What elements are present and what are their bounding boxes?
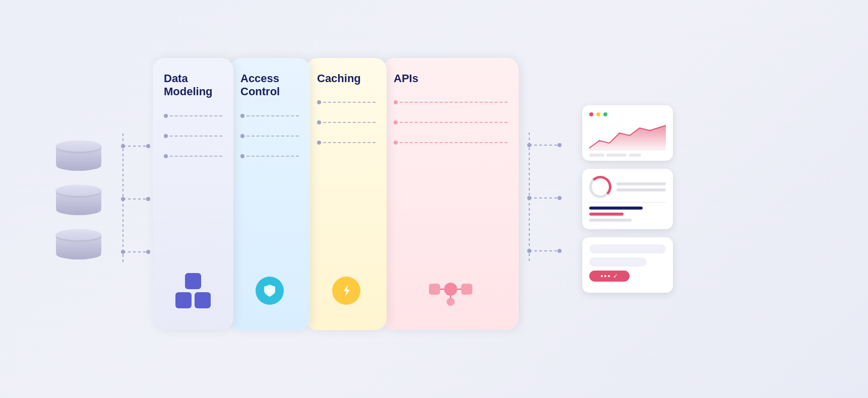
svg-point-25 [527, 143, 531, 147]
dot [317, 120, 321, 124]
dot-row [240, 154, 299, 158]
dot-row [164, 134, 222, 138]
right-ui-section: ✓ [582, 105, 673, 293]
dot [240, 154, 244, 158]
apis-icon-area [394, 266, 508, 316]
chart-traffic-dots [589, 112, 666, 116]
button-dot [601, 275, 603, 277]
dot-row [240, 114, 299, 118]
card-access-control-title: AccessControl [240, 72, 299, 99]
dot [394, 141, 398, 145]
chart-svg [589, 120, 666, 151]
caching-icon-area [317, 266, 376, 316]
gauge-bar-dark [589, 207, 643, 210]
gauge-bar-red [589, 213, 624, 216]
button-dot [608, 275, 610, 277]
dot-line [400, 122, 508, 123]
gauge-separator [589, 202, 666, 203]
dot-row [394, 100, 508, 104]
gauge-circle-icon [589, 176, 611, 198]
svg-rect-13 [461, 284, 472, 295]
nodes-svg [428, 276, 473, 306]
db-connector-svg [115, 118, 151, 280]
nodes-icon [428, 276, 473, 306]
dot [164, 114, 168, 118]
card-access-control: AccessControl [229, 58, 310, 330]
chart-dot-green [603, 112, 607, 116]
main-scene: Data Modeling [56, 28, 812, 370]
access-control-icon-area [240, 266, 299, 316]
form-input-2 [589, 257, 647, 267]
svg-point-6 [146, 250, 150, 254]
dot-line [400, 102, 508, 103]
svg-point-16 [447, 298, 455, 306]
lightning-svg [339, 283, 354, 298]
dot-line [323, 122, 376, 123]
dot-row [164, 114, 222, 118]
area-chart [589, 120, 666, 151]
svg-point-9 [121, 250, 125, 254]
chart-legend [589, 154, 666, 157]
svg-rect-11 [429, 284, 440, 295]
dot-line [170, 115, 222, 116]
dot-row [394, 141, 508, 145]
dot-row [394, 120, 508, 124]
dot [240, 134, 244, 138]
dot [164, 134, 168, 138]
gauge-line-neutral [616, 182, 666, 185]
button-dots [601, 275, 610, 277]
chart-dot-yellow [596, 112, 600, 116]
dot-row [317, 141, 376, 145]
legend-item [629, 154, 641, 157]
legend-item [606, 154, 627, 157]
hierarchy-top-block [185, 273, 201, 289]
dot [317, 100, 321, 104]
card-data-modeling-dots [164, 114, 222, 255]
svg-point-4 [146, 144, 150, 148]
cards-section: Data Modeling [155, 58, 517, 340]
dot-line [246, 136, 299, 137]
svg-point-12 [444, 283, 457, 296]
svg-point-8 [121, 197, 125, 201]
chart-mockup-card [582, 105, 673, 161]
card-caching-dots [317, 100, 376, 255]
card-apis-title: APIs [394, 72, 508, 85]
hierarchy-block-left [175, 292, 192, 308]
svg-point-26 [527, 196, 531, 200]
gauge-line-neutral [616, 188, 666, 191]
svg-point-24 [557, 249, 562, 253]
database-cylinder-3 [56, 229, 101, 257]
dot [317, 141, 321, 145]
card-apis-dots [394, 100, 508, 255]
hierarchy-bottom-blocks [175, 292, 211, 308]
card-apis: APIs [383, 58, 519, 330]
dot-row [317, 100, 376, 104]
chart-dot-red [589, 112, 593, 116]
svg-point-27 [527, 249, 531, 253]
svg-point-23 [557, 196, 562, 200]
form-input-1 [589, 244, 666, 253]
card-caching-title: Caching [317, 72, 376, 85]
svg-marker-10 [344, 285, 350, 297]
dot-line [323, 102, 376, 103]
svg-point-7 [121, 144, 125, 148]
gauge-line-group [616, 182, 666, 191]
database-cylinder-2 [56, 185, 101, 213]
card-data-modeling-title: Data Modeling [164, 72, 222, 99]
form-submit-button[interactable]: ✓ [589, 271, 630, 282]
gauge-bar-neutral [589, 219, 632, 222]
gauge-mockup-card [582, 169, 673, 229]
dot-line [170, 156, 222, 157]
card-access-control-dots [240, 114, 299, 255]
dot-line [246, 156, 299, 157]
gauge-row [589, 176, 666, 198]
svg-point-5 [146, 197, 150, 201]
right-connector-svg [522, 117, 562, 279]
dot-row [240, 134, 299, 138]
dot-line [323, 142, 376, 143]
card-data-modeling: Data Modeling [153, 58, 233, 330]
shield-svg [262, 283, 277, 298]
dot-row [164, 154, 222, 158]
dot [394, 120, 398, 124]
svg-point-22 [557, 143, 562, 147]
